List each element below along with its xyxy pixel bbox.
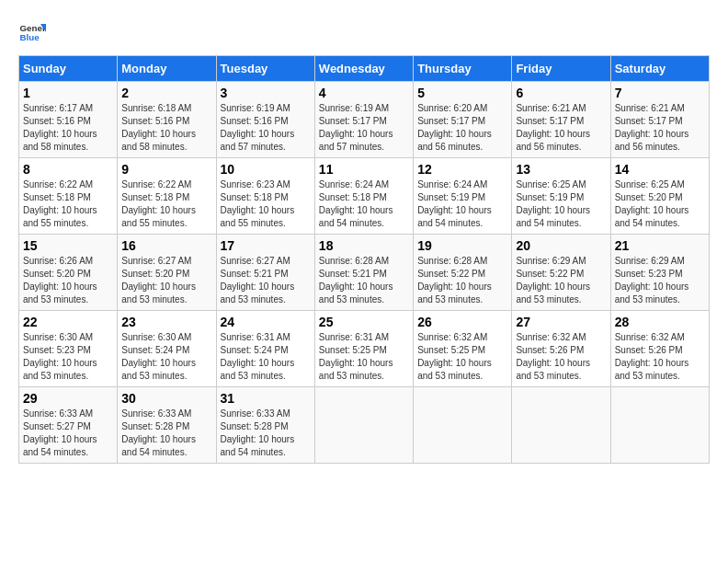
day-info: Sunrise: 6:22 AMSunset: 5:18 PMDaylight:…: [121, 179, 196, 228]
day-number: 13: [516, 162, 606, 177]
day-cell: 9 Sunrise: 6:22 AMSunset: 5:18 PMDayligh…: [118, 158, 216, 235]
day-number: 15: [23, 238, 113, 253]
day-cell: 10 Sunrise: 6:23 AMSunset: 5:18 PMDaylig…: [216, 158, 314, 235]
day-number: 20: [516, 238, 606, 253]
day-info: Sunrise: 6:28 AMSunset: 5:22 PMDaylight:…: [417, 256, 492, 304]
weekday-header-thursday: Thursday: [414, 56, 512, 82]
weekday-header-saturday: Saturday: [610, 56, 709, 82]
day-number: 1: [23, 86, 113, 100]
day-info: Sunrise: 6:25 AMSunset: 5:19 PMDaylight:…: [516, 179, 590, 228]
day-cell: 26 Sunrise: 6:32 AMSunset: 5:25 PMDaylig…: [414, 311, 512, 387]
day-cell: 8 Sunrise: 6:22 AMSunset: 5:18 PMDayligh…: [19, 158, 118, 235]
day-cell: [610, 387, 709, 464]
day-cell: 15 Sunrise: 6:26 AMSunset: 5:20 PMDaylig…: [19, 235, 118, 311]
weekday-header-sunday: Sunday: [19, 56, 118, 82]
day-info: Sunrise: 6:29 AMSunset: 5:22 PMDaylight:…: [516, 256, 590, 304]
day-cell: 29 Sunrise: 6:33 AMSunset: 5:27 PMDaylig…: [19, 387, 118, 464]
day-cell: [414, 387, 512, 464]
day-info: Sunrise: 6:19 AMSunset: 5:17 PMDaylight:…: [319, 103, 393, 152]
day-number: 29: [23, 391, 113, 406]
day-info: Sunrise: 6:33 AMSunset: 5:27 PMDaylight:…: [23, 408, 97, 457]
day-number: 26: [417, 315, 507, 329]
day-number: 22: [23, 315, 113, 329]
day-cell: 24 Sunrise: 6:31 AMSunset: 5:24 PMDaylig…: [216, 311, 314, 387]
day-number: 4: [319, 86, 409, 100]
day-number: 18: [319, 238, 409, 253]
day-info: Sunrise: 6:26 AMSunset: 5:20 PMDaylight:…: [23, 256, 97, 304]
day-number: 17: [221, 238, 311, 253]
day-cell: 11 Sunrise: 6:24 AMSunset: 5:18 PMDaylig…: [314, 158, 413, 235]
day-info: Sunrise: 6:24 AMSunset: 5:19 PMDaylight:…: [417, 179, 492, 228]
day-cell: 14 Sunrise: 6:25 AMSunset: 5:20 PMDaylig…: [610, 158, 709, 235]
day-cell: 16 Sunrise: 6:27 AMSunset: 5:20 PMDaylig…: [118, 235, 216, 311]
day-cell: 6 Sunrise: 6:21 AMSunset: 5:17 PMDayligh…: [512, 82, 610, 158]
day-cell: 31 Sunrise: 6:33 AMSunset: 5:28 PMDaylig…: [216, 387, 314, 464]
day-cell: [314, 387, 413, 464]
day-cell: 22 Sunrise: 6:30 AMSunset: 5:23 PMDaylig…: [19, 311, 118, 387]
day-cell: 12 Sunrise: 6:24 AMSunset: 5:19 PMDaylig…: [414, 158, 512, 235]
day-info: Sunrise: 6:33 AMSunset: 5:28 PMDaylight:…: [221, 408, 295, 457]
logo: General Blue: [18, 18, 46, 46]
day-cell: 1 Sunrise: 6:17 AMSunset: 5:16 PMDayligh…: [19, 82, 118, 158]
day-info: Sunrise: 6:22 AMSunset: 5:18 PMDaylight:…: [23, 179, 97, 228]
day-info: Sunrise: 6:17 AMSunset: 5:16 PMDaylight:…: [23, 103, 97, 152]
day-number: 30: [121, 391, 211, 406]
day-info: Sunrise: 6:24 AMSunset: 5:18 PMDaylight:…: [319, 179, 393, 228]
day-info: Sunrise: 6:18 AMSunset: 5:16 PMDaylight:…: [121, 103, 196, 152]
day-number: 6: [516, 86, 606, 100]
day-cell: 2 Sunrise: 6:18 AMSunset: 5:16 PMDayligh…: [118, 82, 216, 158]
weekday-header-monday: Monday: [118, 56, 216, 82]
day-cell: 25 Sunrise: 6:31 AMSunset: 5:25 PMDaylig…: [314, 311, 413, 387]
day-info: Sunrise: 6:30 AMSunset: 5:24 PMDaylight:…: [121, 332, 196, 381]
day-info: Sunrise: 6:33 AMSunset: 5:28 PMDaylight:…: [121, 408, 196, 457]
week-row-1: 1 Sunrise: 6:17 AMSunset: 5:16 PMDayligh…: [19, 82, 710, 158]
day-number: 11: [319, 162, 409, 177]
day-cell: 5 Sunrise: 6:20 AMSunset: 5:17 PMDayligh…: [414, 82, 512, 158]
day-cell: 27 Sunrise: 6:32 AMSunset: 5:26 PMDaylig…: [512, 311, 610, 387]
day-number: 28: [615, 315, 705, 329]
day-info: Sunrise: 6:31 AMSunset: 5:25 PMDaylight:…: [319, 332, 393, 381]
day-number: 12: [417, 162, 507, 177]
day-info: Sunrise: 6:19 AMSunset: 5:16 PMDaylight:…: [221, 103, 295, 152]
day-cell: 21 Sunrise: 6:29 AMSunset: 5:23 PMDaylig…: [610, 235, 709, 311]
day-number: 2: [121, 86, 211, 100]
day-cell: 20 Sunrise: 6:29 AMSunset: 5:22 PMDaylig…: [512, 235, 610, 311]
day-info: Sunrise: 6:32 AMSunset: 5:26 PMDaylight:…: [615, 332, 689, 381]
day-cell: 17 Sunrise: 6:27 AMSunset: 5:21 PMDaylig…: [216, 235, 314, 311]
day-number: 21: [615, 238, 705, 253]
day-number: 23: [121, 315, 211, 329]
day-info: Sunrise: 6:21 AMSunset: 5:17 PMDaylight:…: [516, 103, 590, 152]
day-number: 10: [221, 162, 311, 177]
day-info: Sunrise: 6:23 AMSunset: 5:18 PMDaylight:…: [221, 179, 295, 228]
day-number: 24: [221, 315, 311, 329]
day-info: Sunrise: 6:31 AMSunset: 5:24 PMDaylight:…: [221, 332, 295, 381]
day-number: 19: [417, 238, 507, 253]
day-cell: 13 Sunrise: 6:25 AMSunset: 5:19 PMDaylig…: [512, 158, 610, 235]
day-info: Sunrise: 6:20 AMSunset: 5:17 PMDaylight:…: [417, 103, 492, 152]
day-cell: 4 Sunrise: 6:19 AMSunset: 5:17 PMDayligh…: [314, 82, 413, 158]
weekday-header-friday: Friday: [512, 56, 610, 82]
weekday-header-row: SundayMondayTuesdayWednesdayThursdayFrid…: [19, 56, 710, 82]
day-cell: 19 Sunrise: 6:28 AMSunset: 5:22 PMDaylig…: [414, 235, 512, 311]
day-info: Sunrise: 6:32 AMSunset: 5:25 PMDaylight:…: [417, 332, 492, 381]
day-number: 16: [121, 238, 211, 253]
day-cell: 30 Sunrise: 6:33 AMSunset: 5:28 PMDaylig…: [118, 387, 216, 464]
day-number: 14: [615, 162, 705, 177]
day-info: Sunrise: 6:30 AMSunset: 5:23 PMDaylight:…: [23, 332, 97, 381]
svg-text:Blue: Blue: [20, 32, 40, 42]
day-number: 31: [221, 391, 311, 406]
day-cell: 18 Sunrise: 6:28 AMSunset: 5:21 PMDaylig…: [314, 235, 413, 311]
day-number: 5: [417, 86, 507, 100]
week-row-2: 8 Sunrise: 6:22 AMSunset: 5:18 PMDayligh…: [19, 158, 710, 235]
page-header: General Blue: [18, 18, 710, 46]
day-number: 7: [615, 86, 705, 100]
day-info: Sunrise: 6:28 AMSunset: 5:21 PMDaylight:…: [319, 256, 393, 304]
day-cell: 28 Sunrise: 6:32 AMSunset: 5:26 PMDaylig…: [610, 311, 709, 387]
day-cell: 7 Sunrise: 6:21 AMSunset: 5:17 PMDayligh…: [610, 82, 709, 158]
day-cell: 23 Sunrise: 6:30 AMSunset: 5:24 PMDaylig…: [118, 311, 216, 387]
day-info: Sunrise: 6:32 AMSunset: 5:26 PMDaylight:…: [516, 332, 590, 381]
calendar-table: SundayMondayTuesdayWednesdayThursdayFrid…: [18, 55, 710, 464]
day-cell: 3 Sunrise: 6:19 AMSunset: 5:16 PMDayligh…: [216, 82, 314, 158]
day-number: 27: [516, 315, 606, 329]
weekday-header-tuesday: Tuesday: [216, 56, 314, 82]
